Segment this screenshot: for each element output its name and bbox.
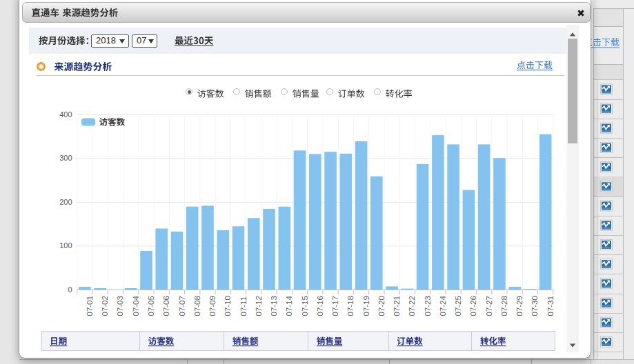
svg-text:07-01: 07-01 (86, 296, 94, 316)
svg-text:07-28: 07-28 (500, 296, 508, 316)
svg-text:07-23: 07-23 (424, 296, 432, 316)
svg-text:07-30: 07-30 (531, 296, 539, 316)
svg-text:07-21: 07-21 (393, 296, 401, 316)
svg-text:07-08: 07-08 (193, 296, 201, 316)
svg-text:07-17: 07-17 (331, 296, 339, 316)
svg-text:07-07: 07-07 (178, 296, 186, 316)
svg-text:07-13: 07-13 (270, 296, 278, 316)
svg-text:07-19: 07-19 (362, 296, 370, 316)
svg-text:07-26: 07-26 (469, 296, 477, 316)
svg-text:07-25: 07-25 (454, 296, 462, 316)
svg-text:07-14: 07-14 (285, 295, 293, 316)
svg-text:07-09: 07-09 (208, 296, 217, 316)
svg-text:07-22: 07-22 (408, 296, 416, 316)
svg-text:07-03: 07-03 (116, 296, 124, 316)
svg-text:07-11: 07-11 (239, 296, 248, 316)
svg-text:07-04: 07-04 (132, 295, 140, 316)
svg-text:07-10: 07-10 (224, 296, 232, 316)
svg-text:07-06: 07-06 (162, 296, 170, 316)
svg-text:07-16: 07-16 (316, 296, 324, 316)
svg-text:07-02: 07-02 (101, 296, 109, 316)
svg-text:07-27: 07-27 (485, 296, 493, 316)
svg-text:07-24: 07-24 (439, 295, 447, 316)
svg-text:07-05: 07-05 (147, 296, 155, 316)
svg-text:07-15: 07-15 (301, 296, 309, 316)
svg-text:07-12: 07-12 (255, 296, 263, 316)
svg-text:07-29: 07-29 (515, 296, 524, 316)
svg-text:07-31: 07-31 (546, 296, 555, 316)
svg-text:07-20: 07-20 (377, 296, 386, 316)
svg-text:07-18: 07-18 (346, 296, 355, 316)
